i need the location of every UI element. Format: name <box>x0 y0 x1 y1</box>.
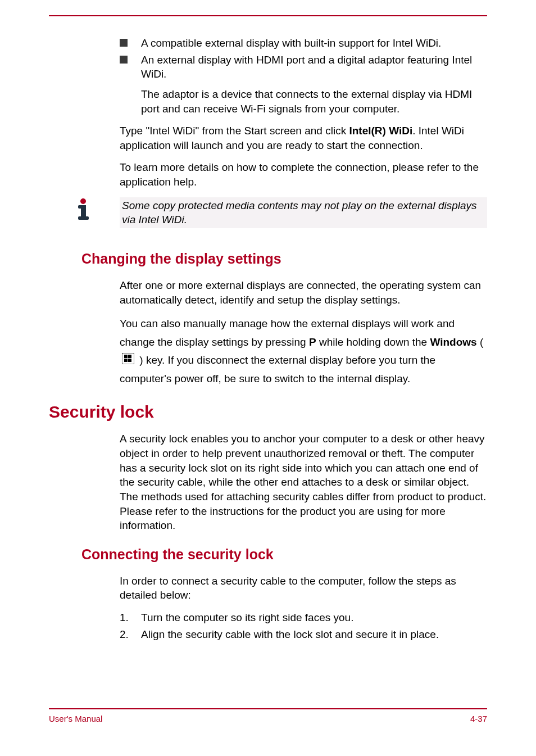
bullet-item: A compatible external display with built… <box>120 36 487 51</box>
bullet-text: A compatible external display with built… <box>141 36 441 51</box>
heading-changing-display: Changing the display settings <box>81 251 487 267</box>
text-span: while holding down the <box>316 336 430 348</box>
sub-paragraph: The adaptor is a device that connects to… <box>141 87 487 116</box>
bold-text: P <box>309 336 316 348</box>
paragraph: A security lock enables you to anchor yo… <box>120 432 487 532</box>
text-span: ) key. If you disconnect the external di… <box>120 354 435 384</box>
bullet-item: An external display with HDMI port and a… <box>120 53 487 82</box>
footer-left: User's Manual <box>49 714 102 723</box>
footer-rule <box>49 708 487 709</box>
ordered-list: 1. Turn the computer so its right side f… <box>120 610 487 641</box>
windows-key-icon <box>122 352 134 370</box>
svg-rect-3 <box>78 216 89 220</box>
paragraph: Type "Intel WiDi" from the Start screen … <box>120 124 487 152</box>
text-span: ( <box>477 336 484 348</box>
heading-security-lock: Security lock <box>49 402 487 422</box>
paragraph: You can also manually manage how the ext… <box>120 315 487 388</box>
svg-rect-7 <box>124 359 128 362</box>
info-icon <box>72 197 94 221</box>
note-block: Some copy protected media contents may n… <box>49 197 487 228</box>
paragraph: To learn more details on how to complete… <box>120 160 487 189</box>
square-bullet-icon <box>120 56 128 64</box>
list-item: 1. Turn the computer so its right side f… <box>120 610 487 625</box>
paragraph: After one or more external displays are … <box>120 278 487 307</box>
svg-point-0 <box>80 198 86 204</box>
svg-rect-2 <box>81 205 86 218</box>
svg-rect-5 <box>124 355 128 358</box>
paragraph: In order to connect a security cable to … <box>120 574 487 603</box>
note-text: Some copy protected media contents may n… <box>120 197 487 228</box>
list-text: Align the security cable with the lock s… <box>141 627 439 642</box>
note-icon-wrap <box>49 197 120 221</box>
square-bullet-icon <box>120 39 128 47</box>
text-span: Type "Intel WiDi" from the Start screen … <box>120 125 349 137</box>
svg-rect-8 <box>128 359 131 362</box>
header-rule <box>49 15 487 16</box>
heading-connecting-lock: Connecting the security lock <box>81 546 487 563</box>
footer: User's Manual 4-37 <box>49 708 487 723</box>
bold-text: Windows <box>430 336 476 348</box>
list-number: 2. <box>120 627 141 642</box>
list-item: 2. Align the security cable with the loc… <box>120 627 487 642</box>
bold-text: Intel(R) WiDi <box>349 125 412 137</box>
footer-page-number: 4-37 <box>470 714 487 723</box>
bullet-list: A compatible external display with built… <box>120 36 487 82</box>
list-number: 1. <box>120 610 141 625</box>
list-text: Turn the computer so its right side face… <box>141 610 353 625</box>
svg-rect-6 <box>128 355 131 358</box>
bullet-text: An external display with HDMI port and a… <box>141 53 487 82</box>
